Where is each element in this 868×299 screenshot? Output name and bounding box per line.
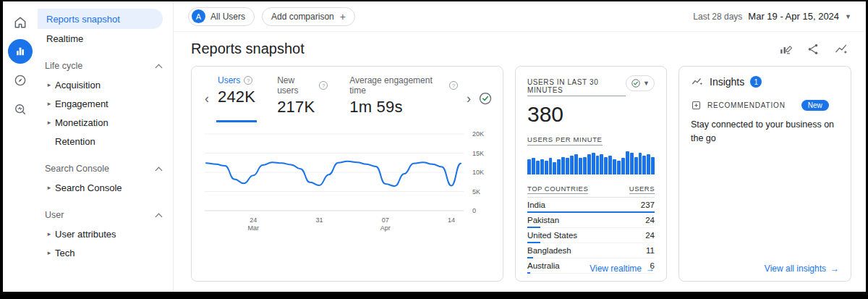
minute-bar (579, 158, 582, 174)
view-all-insights-label: View all insights (765, 264, 826, 274)
insights-icon (691, 75, 704, 88)
realtime-status-dropdown[interactable]: ▼ (626, 75, 655, 91)
reports-icon (14, 46, 26, 57)
metric-tab-avg-engagement-time[interactable]: Average engagement time 1m 59s (348, 74, 459, 122)
check-circle-icon[interactable] (478, 91, 493, 106)
minute-bar (634, 157, 638, 174)
minute-bar (553, 162, 556, 174)
sidebar-item-monetization[interactable]: ▸Monetization (38, 113, 173, 132)
country-users: 24 (645, 231, 655, 240)
view-realtime-label: View realtime (590, 264, 642, 274)
insight-text[interactable]: Stay connected to your business on the g… (691, 118, 839, 146)
country-users: 237 (641, 201, 655, 209)
expand-triangle-icon: ▸ (43, 100, 55, 107)
insights-header-icon[interactable] (834, 42, 848, 56)
expand-triangle-icon: ▸ (43, 81, 55, 88)
country-name: Bangladesh (527, 246, 571, 255)
page-header: Reports snapshot (174, 32, 866, 64)
svg-text:31: 31 (315, 216, 323, 224)
sidebar-item-retention[interactable]: Retention (38, 132, 173, 151)
svg-text:24: 24 (250, 216, 257, 224)
realtime-card: USERS IN LAST 30 MINUTES ▼ 380 USERS PER… (515, 66, 667, 282)
nav-rail (3, 1, 38, 292)
svg-text:Mar: Mar (247, 224, 259, 232)
minute-bar (540, 159, 544, 174)
sidebar-item-label: Monetization (55, 117, 109, 128)
metric-label: New users (277, 75, 315, 96)
sidebar-item-user-attributes[interactable]: ▸User attributes (38, 224, 173, 243)
minute-bar (604, 157, 608, 174)
sidebar-item-acquisition[interactable]: ▸Acquisition (38, 75, 173, 94)
chevron-up-icon (156, 213, 163, 220)
minute-bar (536, 161, 540, 174)
home-nav-button[interactable] (8, 10, 33, 35)
sidebar-sections: Life cycle▸Acquisition▸Engagement▸Moneti… (38, 56, 173, 262)
minute-bar (642, 156, 646, 174)
arrow-right-icon: → (646, 264, 655, 274)
insights-count-badge: 1 (750, 76, 762, 88)
advertising-nav-button[interactable] (8, 97, 33, 122)
view-realtime-link[interactable]: View realtime → (590, 264, 655, 274)
sidebar-item-label: Retention (55, 136, 95, 147)
metric-tabs: Users 242K New users 217K Average engage… (216, 74, 459, 122)
chevron-down-icon: ▼ (643, 80, 650, 87)
minute-bar (608, 156, 612, 174)
top-countries-rows: India237Pakistan24United States24Banglad… (527, 198, 655, 274)
minute-bar (587, 154, 591, 174)
minute-bar (600, 154, 603, 174)
date-range-picker[interactable]: Last 28 days Mar 19 - Apr 15, 2024 ▼ (693, 11, 851, 22)
reports-nav-button[interactable] (8, 39, 33, 64)
sidebar-section-header-search-console[interactable]: Search Console (38, 159, 173, 178)
realtime-title: USERS IN LAST 30 MINUTES (527, 78, 626, 96)
share-icon[interactable] (807, 43, 820, 56)
metric-tab-new-users[interactable]: New users 217K (276, 74, 329, 122)
country-users: 24 (645, 216, 655, 224)
segment-avatar: A (192, 9, 205, 23)
metrics-prev-button[interactable]: ‹ (202, 92, 212, 105)
chevron-up-icon (156, 64, 163, 71)
sidebar-item-search-console[interactable]: ▸Search Console (38, 178, 173, 197)
sidebar-item-tech[interactable]: ▸Tech (38, 243, 173, 262)
country-name: India (527, 201, 545, 209)
add-comparison-button[interactable]: Add comparison + (262, 7, 355, 26)
metric-tab-users[interactable]: Users 242K (216, 74, 257, 122)
metric-value: 217K (277, 98, 328, 117)
help-icon (449, 81, 458, 90)
minute-bar (592, 153, 595, 174)
svg-text:Apr: Apr (380, 224, 391, 232)
minute-bar (545, 161, 548, 174)
minute-bar (561, 157, 565, 174)
sidebar-section-header-user[interactable]: User (38, 206, 173, 224)
svg-text:0: 0 (472, 207, 476, 214)
country-row-india: India237 (527, 198, 655, 213)
sidebar-item-reports-snapshot[interactable]: Reports snapshot (38, 9, 163, 29)
realtime-users-value: 380 (527, 102, 655, 127)
users-per-minute-label: USERS PER MINUTE (527, 135, 603, 146)
add-comparison-label: Add comparison (271, 12, 334, 22)
sidebar-section-header-life-cycle[interactable]: Life cycle (38, 56, 173, 75)
page-title: Reports snapshot (191, 41, 305, 57)
main-content: A All Users Add comparison + Last 28 day… (174, 1, 866, 292)
new-badge: New (801, 100, 829, 111)
users-per-minute-bars (527, 151, 655, 174)
app-window: Reports snapshot Realtime Life cycle▸Acq… (0, 0, 868, 299)
minute-bar (596, 156, 600, 174)
users-line-chart: 05K10K15K20K24Mar3107Apr14 (202, 127, 493, 237)
sidebar-item-realtime[interactable]: Realtime (38, 29, 173, 48)
sidebar-item-label: Reports snapshot (46, 14, 120, 25)
explore-nav-button[interactable] (8, 68, 33, 93)
check-circle-icon (631, 78, 641, 88)
metrics-next-button[interactable]: › (464, 92, 474, 105)
all-users-segment-chip[interactable]: A All Users (188, 7, 255, 26)
view-all-insights-link[interactable]: View all insights → (765, 264, 839, 274)
home-icon (13, 15, 27, 30)
customize-report-icon[interactable] (778, 42, 792, 56)
explore-icon (13, 73, 27, 88)
minute-bar (570, 156, 574, 174)
minute-bar (639, 153, 642, 174)
help-icon (244, 76, 252, 85)
metric-tabs-header: ‹ Users 242K New users 217K Average enga… (202, 74, 493, 122)
header-action-icons (778, 42, 848, 56)
sidebar-item-engagement[interactable]: ▸Engagement (38, 94, 173, 113)
minute-bar (574, 154, 578, 174)
